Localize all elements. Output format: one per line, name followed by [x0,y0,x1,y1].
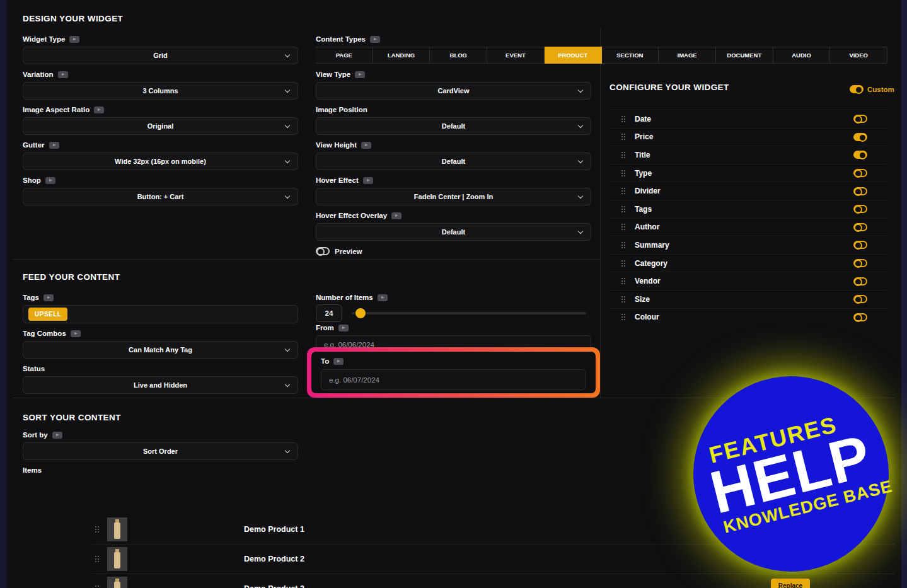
configure-row-toggle[interactable] [853,151,867,159]
video-help-icon[interactable] [363,177,373,184]
configure-row-toggle[interactable] [853,205,867,213]
custom-toggle[interactable] [850,85,864,93]
dropdown-select[interactable]: Button: + Cart [23,188,298,205]
drag-handle-icon[interactable] [95,526,100,533]
preview-toggle[interactable] [316,247,330,255]
chevron-down-icon [578,88,583,93]
content-type-tab[interactable]: BLOG [430,47,487,64]
drag-handle-icon[interactable] [95,585,100,588]
content-type-tab[interactable]: LANDING [373,47,430,64]
product-image [114,522,120,539]
chevron-down-icon [578,158,583,163]
field-label-text: Widget Type [23,35,65,43]
configure-row-label: Summary [635,241,853,250]
content-type-tab[interactable]: DOCUMENT [716,47,773,64]
video-help-icon[interactable] [378,294,388,301]
drag-handle-icon[interactable] [95,555,100,563]
selected-value: Live and Hidden [134,381,187,389]
configure-row-toggle[interactable] [853,187,867,195]
content-type-tab[interactable]: VIDEO [830,47,887,64]
to-date-input[interactable]: e.g. 06/07/2024 [321,369,586,390]
drag-handle-icon[interactable] [621,313,626,321]
video-help-icon[interactable] [58,71,68,78]
configure-row-toggle[interactable] [853,313,867,321]
video-help-icon[interactable] [370,36,380,43]
form-field: Gutter Wide 32px (16px on mobile) [23,141,298,170]
number-of-items-slider[interactable] [352,304,586,322]
configure-row-toggle[interactable] [853,277,867,285]
content-type-tab[interactable]: SECTION [602,47,659,64]
configure-row-toggle[interactable] [853,295,867,303]
drag-handle-icon[interactable] [621,296,626,303]
dropdown-select[interactable]: Default [316,153,591,170]
content-type-tab[interactable]: PRODUCT [545,47,602,64]
drag-handle-icon[interactable] [621,115,626,123]
tag-chip[interactable]: UPSELL [28,308,67,321]
slider-track[interactable] [352,312,586,314]
form-field: Widget Type Grid [23,35,298,64]
configure-row: Tags [609,200,886,218]
dropdown-select[interactable]: Can Match Any Tag [23,341,298,359]
dropdown-select[interactable]: Original [23,117,298,135]
content-type-tab[interactable]: AUDIO [773,47,831,64]
video-help-icon[interactable] [49,142,59,149]
video-help-icon[interactable] [94,107,104,113]
drag-handle-icon[interactable] [621,151,626,159]
dropdown-select[interactable]: FadeIn Center | Zoom In [316,188,591,205]
replace-button[interactable]: Replace [771,579,810,588]
divider [13,259,600,260]
configure-row-label: Title [635,151,853,159]
video-help-icon[interactable] [355,71,365,78]
slider-knob[interactable] [355,308,366,318]
configure-row: Vendor [609,272,886,290]
field-label: From [316,324,349,331]
dropdown-select[interactable]: Default [316,223,591,241]
video-help-icon[interactable] [45,177,55,184]
divider [600,29,601,398]
video-help-icon[interactable] [43,294,54,301]
drag-handle-icon[interactable] [621,187,626,195]
configure-row-toggle[interactable] [853,169,867,177]
drag-handle-icon[interactable] [621,133,626,141]
dropdown-select[interactable]: Wide 32px (16px on mobile) [23,153,298,170]
drag-handle-icon[interactable] [621,170,626,177]
video-help-icon[interactable] [71,330,81,337]
chevron-down-icon [285,88,290,93]
content-type-tab[interactable]: EVENT [487,47,545,64]
configure-row-toggle[interactable] [853,223,867,231]
field-label-text: To [321,357,329,365]
content-type-tab[interactable]: IMAGE [659,47,716,64]
configure-row-toggle[interactable] [853,133,867,141]
dropdown-select[interactable]: 3 Columns [23,82,298,100]
dropdown-select[interactable]: Default [316,117,591,135]
drag-handle-icon[interactable] [621,205,626,213]
field-label-text: Image Position [316,106,367,113]
configure-row-toggle[interactable] [853,115,867,123]
video-help-icon[interactable] [391,212,402,219]
content-type-tab[interactable]: PAGE [316,47,373,64]
drag-handle-icon[interactable] [621,260,626,267]
drag-handle-icon[interactable] [621,223,626,231]
form-field: Image Aspect Ratio Original [23,106,298,135]
configure-row-toggle[interactable] [853,259,867,267]
number-of-items-value[interactable]: 24 [316,304,342,322]
dropdown-select[interactable]: Live and Hidden [23,376,298,394]
drag-handle-icon[interactable] [621,241,626,249]
field-label: Image Aspect Ratio [23,106,298,113]
configure-row-toggle[interactable] [853,241,867,249]
video-help-icon[interactable] [52,432,62,439]
dropdown-select[interactable]: CardView [316,82,591,100]
drag-handle-icon[interactable] [621,277,626,285]
video-help-icon[interactable] [333,358,344,365]
dropdown-select[interactable]: Sort Order [23,442,298,460]
configure-row-label: Tags [635,205,853,214]
video-help-icon[interactable] [338,325,349,331]
dropdown-select[interactable]: Grid [23,47,298,64]
video-help-icon[interactable] [69,36,79,43]
video-help-icon[interactable] [361,142,371,149]
tab-label: SECTION [616,52,643,59]
tags-input[interactable]: UPSELL [23,305,298,323]
configure-section-title: CONFIGURE YOUR WIDGET [609,83,729,92]
selected-value: 3 Columns [142,87,178,95]
help-knowledge-base-badge[interactable]: FEATURES HELP KNOWLEDGE BASE [693,376,889,572]
